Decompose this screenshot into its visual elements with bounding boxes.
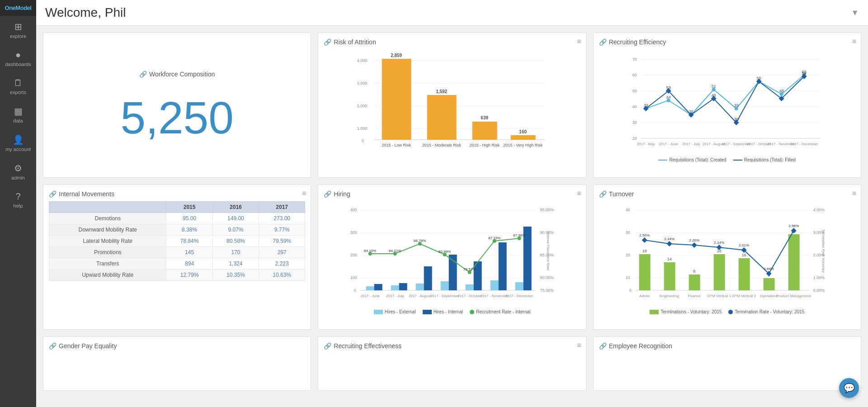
cell-2017: 79.59% [259, 236, 305, 247]
exports-icon: 🗒 [14, 78, 23, 88]
svg-text:4,000: 4,000 [357, 58, 368, 63]
svg-text:2.14%: 2.14% [714, 241, 724, 245]
sidebar-item-dashboards[interactable]: ● dashboards [0, 44, 36, 72]
svg-text:20: 20 [625, 253, 630, 257]
row-label: Upward Mobility Rate [49, 270, 166, 281]
svg-text:2017 - September: 2017 - September [430, 294, 459, 298]
hiring-legend: Hires - External Hires - Internal Recrui… [324, 309, 580, 314]
sidebar-item-explore[interactable]: ⊞ explore [0, 16, 36, 44]
hiring-card: 🔗 Hiring ≡ 400 300 200 100 0 95.00% 90.0… [318, 185, 586, 330]
svg-text:1,592: 1,592 [436, 89, 447, 94]
svg-text:30: 30 [734, 117, 738, 122]
sidebar-item-my-account[interactable]: 👤 my account [0, 129, 36, 157]
page-header: Welcome, Phil ▼ [36, 0, 868, 26]
sidebar-item-exports[interactable]: 🗒 exports [0, 72, 36, 100]
link-icon-7: 🔗 [49, 342, 57, 350]
cell-2017: 273.00 [259, 213, 305, 224]
logo-model: Model [15, 5, 31, 11]
col-header-2016: 2016 [212, 202, 259, 213]
account-icon: 👤 [13, 134, 24, 145]
svg-text:83.99%: 83.99% [439, 250, 451, 254]
sidebar-label-data: data [13, 118, 23, 123]
row-label: Transfers [49, 258, 166, 270]
svg-text:2017 - October: 2017 - October [458, 294, 482, 298]
attrition-menu-icon[interactable]: ≡ [577, 38, 581, 46]
svg-text:2015 - Moderate Risk: 2015 - Moderate Risk [422, 143, 462, 147]
svg-rect-138 [689, 274, 700, 290]
svg-text:0.00%: 0.00% [813, 288, 825, 293]
chat-button[interactable]: 💬 [839, 378, 859, 398]
row-label: Promotions [49, 247, 166, 258]
risk-of-attrition-card: 🔗 Risk of Attrition ≡ 4,000 3,000 2,000 … [318, 33, 586, 178]
svg-text:75.00%: 75.00% [540, 288, 554, 293]
svg-text:59: 59 [802, 71, 806, 76]
app-logo[interactable]: OneModel [0, 0, 36, 16]
svg-text:44: 44 [666, 95, 670, 99]
svg-text:84.21%: 84.21% [389, 249, 401, 253]
cell-2017: 10.63% [259, 270, 305, 281]
svg-text:18: 18 [642, 249, 646, 253]
turnover-menu[interactable]: ≡ [852, 189, 856, 198]
cell-2017: 297 [259, 247, 305, 258]
svg-text:2015 - Very High Risk: 2015 - Very High Risk [503, 143, 543, 147]
internal-movements-card: 🔗 Internal Movements ≡ 2015 2016 2017 De… [43, 185, 311, 330]
internal-movements-menu[interactable]: ≡ [302, 189, 306, 198]
cell-2015: 78.84% [166, 236, 212, 247]
svg-text:0: 0 [629, 288, 631, 293]
sidebar-item-help[interactable]: ? help [0, 186, 36, 214]
cell-2016: 170 [212, 247, 259, 258]
sidebar-item-data[interactable]: ▦ data [0, 100, 36, 129]
table-row: Promotions 145 170 297 [49, 247, 305, 258]
svg-rect-141 [763, 278, 774, 290]
svg-text:2017 - August: 2017 - August [409, 294, 431, 298]
svg-text:0: 0 [362, 138, 364, 143]
main-content: Welcome, Phil ▼ 🔗 Workforce Composition … [36, 0, 868, 407]
table-row: Upward Mobility Rate 12.79% 10.35% 10.63… [49, 270, 305, 281]
svg-text:8: 8 [693, 269, 695, 274]
recruiting-eff-menu-icon[interactable]: ≡ [852, 38, 856, 46]
svg-text:0.84%: 0.84% [764, 267, 774, 271]
recruiting-efficiency-card: 🔗 Recruiting Efficiency ≡ 70 60 50 40 30… [593, 33, 861, 178]
svg-text:30: 30 [625, 230, 630, 235]
sidebar: OneModel ⊞ explore ● dashboards 🗒 export… [0, 0, 36, 407]
legend-filled: Requisitions (Total): Filled [744, 157, 796, 162]
logo-one: One [5, 5, 16, 11]
row-label: Demotions [49, 213, 166, 224]
legend-internal: Hires - Internal [434, 309, 463, 314]
svg-text:16: 16 [741, 253, 746, 257]
svg-rect-91 [441, 281, 449, 290]
svg-text:87.98%: 87.98% [513, 233, 525, 237]
filter-icon[interactable]: ▼ [851, 8, 859, 18]
legend-term-rate: Termination Rate - Voluntary: 2015 [735, 309, 804, 314]
recruiting-eff2-title: 🔗 Recruiting Effectiveness [324, 342, 580, 350]
internal-movements-title: 🔗 Internal Movements [49, 190, 305, 198]
turnover-chart: 40 30 20 10 0 4.00% 3.00% 2.00% 1.00% 0.… [599, 201, 855, 305]
recruiting-effectiveness-card: 🔗 Recruiting Effectiveness ≡ [318, 336, 586, 391]
recruiting-efficiency-chart: 70 60 50 40 30 20 [599, 49, 855, 153]
table-row: Transfers 894 1,324 2,223 [49, 258, 305, 270]
svg-text:10: 10 [625, 275, 630, 280]
svg-text:2,859: 2,859 [391, 53, 402, 58]
col-header-2017: 2017 [259, 202, 305, 213]
svg-text:100: 100 [350, 275, 357, 280]
svg-rect-93 [466, 284, 474, 290]
svg-text:Finance: Finance [688, 294, 701, 298]
svg-rect-136 [639, 254, 650, 290]
sidebar-label-explore: explore [10, 33, 26, 39]
svg-rect-95 [491, 280, 499, 290]
workforce-value: 5,250 [121, 95, 234, 140]
svg-text:GTM Vertical 2: GTM Vertical 2 [732, 294, 756, 298]
link-icon-4: 🔗 [49, 190, 57, 198]
svg-rect-89 [416, 284, 424, 290]
hiring-chart: 400 300 200 100 0 95.00% 90.00% 85.00% 8… [324, 201, 580, 305]
hiring-menu[interactable]: ≡ [577, 189, 581, 198]
sidebar-item-admin[interactable]: ⚙ admin [0, 157, 36, 186]
svg-rect-87 [391, 285, 399, 290]
recruiting-eff2-menu[interactable]: ≡ [577, 341, 581, 350]
svg-text:2.26%: 2.26% [689, 238, 699, 242]
svg-text:2.98%: 2.98% [788, 224, 799, 228]
svg-rect-96 [499, 242, 507, 290]
cell-2017: 9.77% [259, 224, 305, 236]
gender-pay-title: 🔗 Gender Pay Equality [49, 342, 305, 350]
svg-text:2017 - June: 2017 - June [361, 294, 380, 298]
